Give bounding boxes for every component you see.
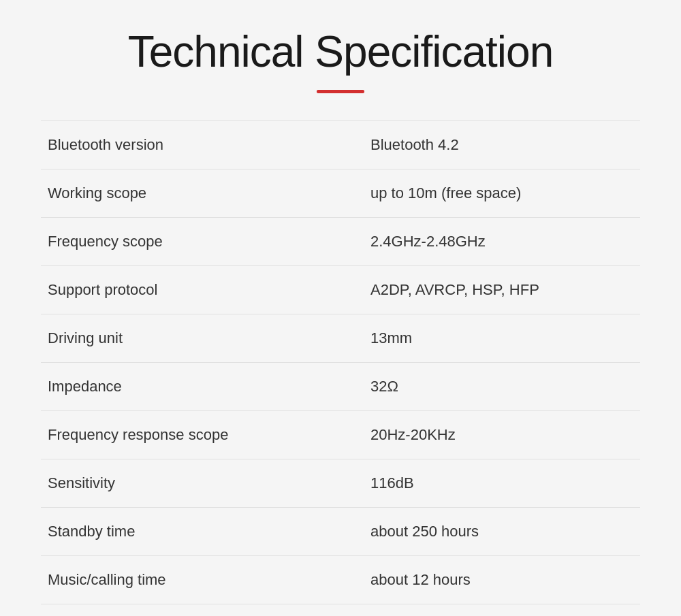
spec-value: 20Hz-20KHz [370,410,640,459]
spec-value: 32Ω [370,362,640,410]
spec-value: Bluetooth 4.2 [370,120,640,169]
title-section: Technical Specification [41,27,640,93]
table-row: Working scopeup to 10m (free space) [41,169,640,217]
spec-label: Support protocol [41,265,370,314]
table-row: Music/calling timeabout 12 hours [41,555,640,604]
table-row: Bluetooth versionBluetooth 4.2 [41,120,640,169]
table-row: Impedance32Ω [41,362,640,410]
specs-table: Bluetooth versionBluetooth 4.2Working sc… [41,120,640,616]
spec-label: Sensitivity [41,459,370,507]
spec-value: A2DP, AVRCP, HSP, HFP [370,265,640,314]
table-row: Support protocolA2DP, AVRCP, HSP, HFP [41,265,640,314]
spec-value: about 9 hours [370,604,640,616]
spec-label: Bluetooth version [41,120,370,169]
table-row: Driving unit13mm [41,314,640,362]
spec-label: Frequency scope [41,217,370,265]
spec-value: 13mm [370,314,640,362]
table-row: Frequency response scope20Hz-20KHz [41,410,640,459]
spec-label: Driving unit [41,314,370,362]
spec-label: Impedance [41,362,370,410]
page-container: Technical Specification Bluetooth versio… [0,0,681,616]
title-divider [317,90,364,93]
spec-label: Standby time [41,507,370,555]
spec-label: Pure ANC working time [41,604,370,616]
spec-value: about 250 hours [370,507,640,555]
spec-label: Frequency response scope [41,410,370,459]
spec-value: up to 10m (free space) [370,169,640,217]
spec-value: about 12 hours [370,555,640,604]
spec-label: Music/calling time [41,555,370,604]
table-row: Standby timeabout 250 hours [41,507,640,555]
table-row: Pure ANC working timeabout 9 hours [41,604,640,616]
spec-value: 116dB [370,459,640,507]
spec-value: 2.4GHz-2.48GHz [370,217,640,265]
table-row: Frequency scope2.4GHz-2.48GHz [41,217,640,265]
table-row: Sensitivity116dB [41,459,640,507]
page-title: Technical Specification [41,27,640,78]
spec-label: Working scope [41,169,370,217]
